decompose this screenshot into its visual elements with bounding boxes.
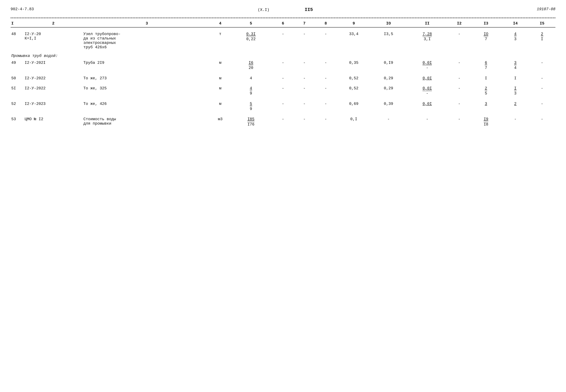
row-col14: I bbox=[502, 75, 529, 82]
row-col7: - bbox=[294, 31, 315, 51]
row-col13: IO 7 bbox=[470, 31, 502, 51]
row-col8: - bbox=[315, 60, 336, 71]
spacer-row bbox=[11, 27, 555, 31]
row-col13: I bbox=[470, 75, 502, 82]
row-unit: м bbox=[211, 85, 230, 97]
row-col10: 0,29 bbox=[371, 75, 406, 82]
row-unit: т bbox=[211, 31, 230, 51]
table-row: 49 I2-У-202I Труба 2I9 м I6 20 - - - 0,3… bbox=[11, 60, 555, 71]
fraction-col14: I 3 bbox=[514, 86, 516, 96]
row-col8: - bbox=[315, 101, 336, 113]
spacer-row bbox=[11, 97, 555, 101]
row-col15: - bbox=[529, 116, 555, 128]
row-num: 48 bbox=[11, 31, 24, 51]
main-table-container: I 2 3 4 5 6 7 8 9 IO II I2 I3 I4 I5 48 bbox=[11, 20, 555, 128]
col-header-11: II bbox=[406, 20, 449, 27]
row-col6: - bbox=[272, 75, 294, 82]
fraction-col5: I85 I76 bbox=[247, 117, 255, 127]
section-label: Промывка труб водой: bbox=[11, 51, 555, 60]
table-row: 53 ЦМО № I2 Стоимость воды для промывки … bbox=[11, 116, 555, 128]
row-desc: Узел трубопрово- да из стальных электрос… bbox=[83, 31, 211, 51]
row-col6: - bbox=[272, 60, 294, 71]
row-col9: 0,I bbox=[336, 116, 371, 128]
row-col9: 0,69 bbox=[336, 101, 371, 113]
row-code: I2-У-2023 bbox=[24, 101, 83, 113]
row-col11: 0,0I - bbox=[406, 60, 449, 71]
col-header-12: I2 bbox=[449, 20, 470, 27]
header-center-prefix: (X.I) bbox=[258, 8, 269, 12]
row-col10: 0,29 bbox=[371, 85, 406, 97]
row-num: 50 bbox=[11, 75, 24, 82]
fraction-col11: 0,0I - bbox=[423, 61, 432, 70]
row-col12: - bbox=[449, 31, 470, 51]
row-unit: м bbox=[211, 101, 230, 113]
row-col6: - bbox=[272, 101, 294, 113]
row-col12: - bbox=[449, 85, 470, 97]
col-header-5: 5 bbox=[230, 20, 272, 27]
row-col15: - bbox=[529, 60, 555, 71]
row-desc: То же, 273 bbox=[83, 75, 211, 82]
row-col15: 2 I bbox=[529, 31, 555, 51]
table-row: 48 I2-У-20 К=I,I Узел трубопрово- да из … bbox=[11, 31, 555, 51]
col-header-10: IO bbox=[371, 20, 406, 27]
col-header-4: 4 bbox=[211, 20, 230, 27]
row-col5: 0,3I 0,22 bbox=[230, 31, 272, 51]
spacer-row bbox=[11, 71, 555, 75]
row-desc: Труба 2I9 bbox=[83, 60, 211, 71]
page-header: 902-4-7.83 (X.I) II5 19107-08 bbox=[11, 7, 555, 12]
row-num: 53 bbox=[11, 116, 24, 128]
row-col5: 5 9 bbox=[230, 101, 272, 113]
table-row: 5I I2-У-2022 То же, 325 м 4 9 - - - 0,52… bbox=[11, 85, 555, 97]
row-unit: м bbox=[211, 60, 230, 71]
row-col13: 6 7 bbox=[470, 60, 502, 71]
row-col5: I85 I76 bbox=[230, 116, 272, 128]
row-col11: 7,28 3,I bbox=[406, 31, 449, 51]
row-col7: - bbox=[294, 101, 315, 113]
col-header-7: 7 bbox=[294, 20, 315, 27]
row-col13: 2 5 bbox=[470, 85, 502, 97]
row-code: I2-У-202I bbox=[24, 60, 83, 71]
row-col10: 0,39 bbox=[371, 101, 406, 113]
row-col6: - bbox=[272, 31, 294, 51]
row-col5: 4 bbox=[230, 75, 272, 82]
row-col8: - bbox=[315, 75, 336, 82]
row-col9: 0,52 bbox=[336, 85, 371, 97]
row-col15: - bbox=[529, 85, 555, 97]
row-col8: - bbox=[315, 85, 336, 97]
row-col15: - bbox=[529, 101, 555, 113]
col-header-8: 8 bbox=[315, 20, 336, 27]
fraction-col15: 2 I bbox=[541, 32, 543, 42]
col-header-14: I4 bbox=[502, 20, 529, 27]
row-col9: 33,4 bbox=[336, 31, 371, 51]
col-header-15: I5 bbox=[529, 20, 555, 27]
row-unit: м3 bbox=[211, 116, 230, 128]
row-col6: - bbox=[272, 116, 294, 128]
fraction-col5: 5 9 bbox=[250, 102, 252, 112]
row-col14: 3 4 bbox=[502, 60, 529, 71]
row-col11: 0,0I - bbox=[406, 85, 449, 97]
table-row: 52 I2-У-2023 То же, 426 м 5 9 - - - 0,69… bbox=[11, 101, 555, 113]
row-col10: 0,I9 bbox=[371, 60, 406, 71]
column-headers: I 2 3 4 5 6 7 8 9 IO II I2 I3 I4 I5 bbox=[11, 20, 555, 27]
col-header-3: 3 bbox=[83, 20, 211, 27]
fraction-col14: 4 3 bbox=[514, 32, 516, 42]
row-col14: - bbox=[502, 116, 529, 128]
header-center-main: II5 bbox=[305, 7, 313, 12]
spacer-row bbox=[11, 112, 555, 116]
col-header-2: 2 bbox=[24, 20, 83, 27]
row-col15: - bbox=[529, 75, 555, 82]
row-col8: - bbox=[315, 116, 336, 128]
row-desc: Стоимость воды для промывки bbox=[83, 116, 211, 128]
row-col10: I3,5 bbox=[371, 31, 406, 51]
row-col11: 0,0I bbox=[406, 101, 449, 113]
row-col13: I9 I8 bbox=[470, 116, 502, 128]
row-col14: I 3 bbox=[502, 85, 529, 97]
fraction-col5: I6 20 bbox=[249, 61, 253, 70]
row-col14: 2 bbox=[502, 101, 529, 113]
fraction-col13: 6 7 bbox=[485, 61, 487, 70]
row-code: I2-У-20 К=I,I bbox=[24, 31, 83, 51]
row-code: I2-У-2022 bbox=[24, 75, 83, 82]
row-col9: 0,52 bbox=[336, 75, 371, 82]
section-label-row: Промывка труб водой: bbox=[11, 51, 555, 60]
row-col12: - bbox=[449, 116, 470, 128]
